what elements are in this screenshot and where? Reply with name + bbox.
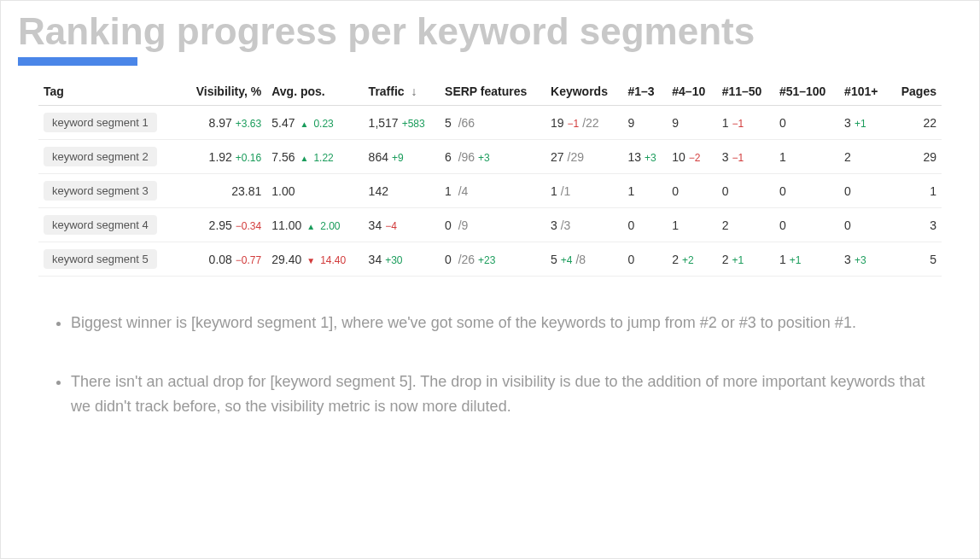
r1-3-delta: +3 <box>645 152 656 164</box>
title-accent-bar <box>18 57 137 66</box>
tag-chip[interactable]: keyword segment 1 <box>44 113 157 132</box>
col-4-10[interactable]: #4–10 <box>667 78 716 106</box>
cell-1-3: 0 <box>622 208 667 242</box>
cell-serp: 6 /96+3 <box>440 140 545 174</box>
cell-serp: 1 /4 <box>440 174 545 208</box>
col-keywords[interactable]: Keywords <box>545 78 622 106</box>
col-pages[interactable]: Pages <box>890 78 942 106</box>
r11-50-delta: −1 <box>732 118 744 130</box>
cell-51-100: 0 <box>774 106 839 140</box>
cell-avg-pos: 1.00 <box>266 174 363 208</box>
col-traffic-label: Traffic <box>369 84 405 98</box>
serp-delta: +23 <box>478 254 495 266</box>
cell-101: 3+3 <box>839 242 890 277</box>
cell-101: 2 <box>839 140 890 174</box>
cell-11-50: 2+1 <box>717 242 774 277</box>
tag-chip[interactable]: keyword segment 3 <box>44 181 157 201</box>
cell-4-10: 0 <box>667 174 716 208</box>
traffic-delta: −4 <box>385 220 397 232</box>
avg-pos-arrow-down-icon: ▼ <box>306 256 315 265</box>
tag-chip[interactable]: keyword segment 5 <box>44 249 157 269</box>
cell-51-100: 0 <box>774 174 839 208</box>
avg-pos-arrow-up-icon: ▲ <box>300 119 308 129</box>
cell-traffic: 1,517+583 <box>364 106 440 140</box>
note-item: Biggest winner is [keyword segment 1], w… <box>71 311 928 335</box>
cell-keywords: 3 /3 <box>545 208 622 242</box>
cell-51-100: 1+1 <box>774 242 839 277</box>
cell-pages: 22 <box>890 106 942 140</box>
cell-avg-pos: 7.56▲1.22 <box>266 140 363 174</box>
tag-chip[interactable]: keyword segment 4 <box>44 215 157 235</box>
table-body: keyword segment 18.97+3.635.47▲0.231,517… <box>38 106 942 277</box>
cell-visibility: 23.81 <box>180 174 266 208</box>
cell-11-50: 3−1 <box>717 140 774 174</box>
col-11-50[interactable]: #11–50 <box>717 78 774 106</box>
cell-pages: 3 <box>890 208 942 242</box>
cell-keywords: 27 /29 <box>545 140 622 174</box>
kw-delta: +4 <box>561 254 573 266</box>
notes-section: Biggest winner is [keyword segment 1], w… <box>52 311 928 418</box>
traffic-delta: +30 <box>385 254 402 266</box>
cell-pages: 1 <box>890 174 942 208</box>
avg-pos-arrow-up-icon: ▲ <box>306 222 315 231</box>
cell-avg-pos: 11.00▲2.00 <box>266 208 363 242</box>
cell-4-10: 9 <box>667 106 716 140</box>
r51-100-delta: +1 <box>790 254 802 266</box>
notes-list: Biggest winner is [keyword segment 1], w… <box>52 311 928 418</box>
col-51-100[interactable]: #51–100 <box>774 78 839 106</box>
sort-descending-icon: ↓ <box>411 84 417 98</box>
slide: Ranking progress per keyword segments Ta… <box>0 0 980 559</box>
serp-total: /96 <box>458 150 475 164</box>
r11-50-delta: +1 <box>732 254 744 266</box>
cell-visibility: 0.08−0.77 <box>180 242 266 277</box>
cell-4-10: 1 <box>667 208 716 242</box>
avg-pos-arrow-up-icon: ▲ <box>300 154 308 163</box>
visibility-delta: +3.63 <box>236 118 261 130</box>
kw-delta: −1 <box>568 118 580 130</box>
kw-total: /29 <box>568 150 584 164</box>
visibility-delta: −0.77 <box>236 254 261 266</box>
cell-1-3: 1 <box>622 174 667 208</box>
r4-10-delta: +2 <box>682 254 694 266</box>
kw-total: /22 <box>582 116 598 130</box>
cell-101: 0 <box>839 208 890 242</box>
avg-pos-delta: 0.23 <box>313 118 333 130</box>
cell-traffic: 34−4 <box>364 208 440 242</box>
cell-keywords: 5+4 /8 <box>545 242 622 277</box>
traffic-delta: +9 <box>392 152 404 164</box>
note-item: There isn't an actual drop for [keyword … <box>71 370 928 419</box>
cell-1-3: 9 <box>622 106 667 140</box>
r101-delta: +3 <box>855 254 866 266</box>
cell-4-10: 10−2 <box>667 140 716 174</box>
cell-keywords: 1 /1 <box>545 174 622 208</box>
visibility-delta: +0.16 <box>236 152 261 164</box>
cell-serp: 5 /66 <box>440 106 545 140</box>
avg-pos-delta: 1.22 <box>313 152 333 164</box>
tag-chip[interactable]: keyword segment 2 <box>44 147 157 166</box>
r4-10-delta: −2 <box>689 152 701 164</box>
cell-traffic: 34+30 <box>364 242 440 277</box>
table-header-row: Tag Visibility, % Avg. pos. Traffic ↓ SE… <box>38 78 942 106</box>
col-avg-pos[interactable]: Avg. pos. <box>266 78 363 106</box>
cell-avg-pos: 29.40▼14.40 <box>266 242 363 277</box>
r11-50-delta: −1 <box>732 152 744 164</box>
col-tag[interactable]: Tag <box>38 78 180 106</box>
table-row: keyword segment 18.97+3.635.47▲0.231,517… <box>38 106 942 140</box>
cell-101: 3+1 <box>839 106 890 140</box>
r101-delta: +1 <box>855 118 866 130</box>
serp-total: /26 <box>458 253 475 266</box>
table-row: keyword segment 323.811.001421 /41 /1100… <box>38 174 942 208</box>
col-visibility[interactable]: Visibility, % <box>180 78 266 106</box>
col-101[interactable]: #101+ <box>839 78 890 106</box>
col-traffic[interactable]: Traffic ↓ <box>364 78 440 106</box>
table-row: keyword segment 21.92+0.167.56▲1.22864+9… <box>38 140 942 174</box>
traffic-delta: +583 <box>402 118 425 130</box>
col-serp[interactable]: SERP features <box>440 78 545 106</box>
serp-total: /66 <box>458 116 475 130</box>
cell-visibility: 1.92+0.16 <box>180 140 266 174</box>
ranking-table-wrap: Tag Visibility, % Avg. pos. Traffic ↓ SE… <box>18 78 962 277</box>
col-1-3[interactable]: #1–3 <box>622 78 667 106</box>
serp-total: /9 <box>458 218 469 232</box>
cell-serp: 0 /9 <box>440 208 545 242</box>
serp-total: /4 <box>458 184 469 198</box>
